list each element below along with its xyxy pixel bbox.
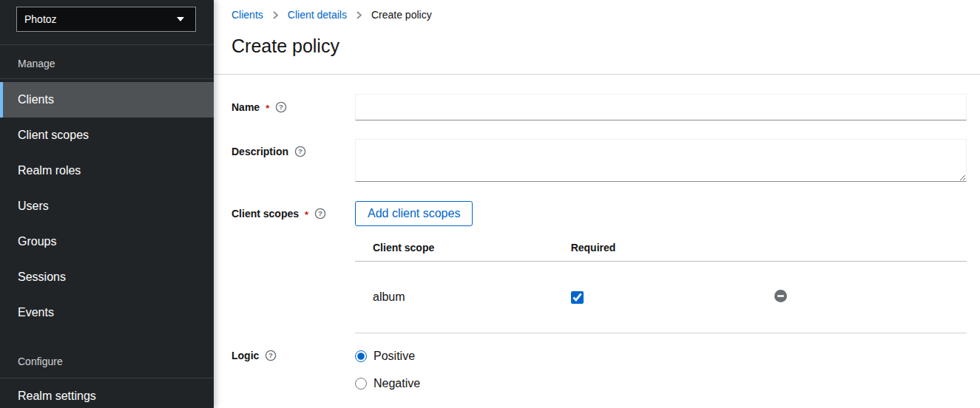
name-label-text: Name <box>232 102 260 113</box>
minus-circle-icon <box>774 290 787 302</box>
sidebar-item-client-scopes[interactable]: Client scopes <box>0 118 214 153</box>
sidebar-item-realm-settings[interactable]: Realm settings <box>0 378 214 408</box>
cell-actions <box>763 290 967 305</box>
form-group-client-scopes: Client scopes * ? Add client scopes Clie… <box>232 201 967 333</box>
column-header-client-scope: Client scope <box>355 242 559 254</box>
help-icon[interactable]: ? <box>294 146 306 157</box>
table-row: album <box>355 262 967 333</box>
sidebar-nav-configure: Realm settings <box>0 378 214 408</box>
positive-radio-label: Positive <box>374 350 415 363</box>
client-scopes-control: Add client scopes Client scope Required … <box>355 201 967 333</box>
main-content: Clients Client details Create policy Cre… <box>214 0 980 408</box>
description-label-text: Description <box>232 146 288 157</box>
client-scopes-label: Client scopes * ? <box>232 201 355 220</box>
caret-down-icon <box>177 17 184 21</box>
sidebar-item-sessions[interactable]: Sessions <box>0 259 214 295</box>
logic-label-text: Logic <box>232 350 259 361</box>
help-icon[interactable]: ? <box>265 350 277 361</box>
form-group-name: Name * ? <box>232 94 967 120</box>
logic-radio-group: Positive Negative <box>355 349 967 390</box>
breadcrumb: Clients Client details Create policy <box>232 10 962 21</box>
cell-required <box>559 291 763 304</box>
page-title: Create policy <box>232 36 962 55</box>
breadcrumb-current: Create policy <box>371 10 432 21</box>
description-label: Description ? <box>232 139 355 157</box>
page-header: Clients Client details Create policy Cre… <box>214 0 980 75</box>
description-textarea[interactable] <box>355 139 967 182</box>
sidebar: Photoz Manage Clients Client scopes Real… <box>0 0 214 408</box>
sidebar-item-realm-roles[interactable]: Realm roles <box>0 153 214 188</box>
realm-selector-value: Photoz <box>24 13 57 25</box>
positive-radio[interactable] <box>355 350 367 362</box>
name-input[interactable] <box>355 94 967 120</box>
client-scopes-table: Client scope Required album <box>355 234 967 333</box>
svg-text:?: ? <box>279 103 283 111</box>
svg-text:?: ? <box>318 209 322 217</box>
required-asterisk: * <box>305 209 308 220</box>
client-scopes-label-text: Client scopes <box>232 208 299 220</box>
table-header-row: Client scope Required <box>355 234 967 262</box>
sidebar-item-groups[interactable]: Groups <box>0 224 214 259</box>
logic-option-negative[interactable]: Negative <box>355 377 967 390</box>
required-checkbox[interactable] <box>571 291 584 304</box>
sidebar-item-users[interactable]: Users <box>0 188 214 224</box>
sidebar-divider <box>0 78 214 79</box>
app-window: Photoz Manage Clients Client scopes Real… <box>0 0 980 408</box>
negative-radio-label: Negative <box>374 377 420 390</box>
help-icon[interactable]: ? <box>314 208 326 220</box>
sidebar-item-clients[interactable]: Clients <box>0 82 214 118</box>
logic-label: Logic ? <box>232 349 355 361</box>
realm-selector[interactable]: Photoz <box>16 7 196 32</box>
nav-section-title-manage: Manage <box>0 45 214 69</box>
help-icon[interactable]: ? <box>275 101 287 113</box>
nav-section-title-configure: Configure <box>0 330 214 367</box>
angle-right-icon <box>356 11 362 19</box>
create-policy-form: Name * ? Description ? <box>214 75 980 390</box>
angle-right-icon <box>272 11 279 19</box>
required-asterisk: * <box>266 103 269 114</box>
form-group-description: Description ? <box>232 139 967 182</box>
breadcrumb-link-client-details[interactable]: Client details <box>288 10 347 21</box>
remove-row-button[interactable] <box>774 290 787 302</box>
breadcrumb-link-clients[interactable]: Clients <box>232 10 263 21</box>
sidebar-nav-manage: Clients Client scopes Realm roles Users … <box>0 82 214 330</box>
cell-client-scope: album <box>355 290 559 304</box>
form-group-logic: Logic ? Positive Negative <box>232 349 967 390</box>
logic-option-positive[interactable]: Positive <box>355 350 967 363</box>
svg-text:?: ? <box>298 147 303 155</box>
name-label: Name * ? <box>232 94 355 113</box>
add-client-scopes-button[interactable]: Add client scopes <box>355 201 473 226</box>
sidebar-item-events[interactable]: Events <box>0 295 214 330</box>
column-header-required: Required <box>559 242 763 254</box>
negative-radio[interactable] <box>355 378 367 390</box>
svg-text:?: ? <box>268 351 273 359</box>
